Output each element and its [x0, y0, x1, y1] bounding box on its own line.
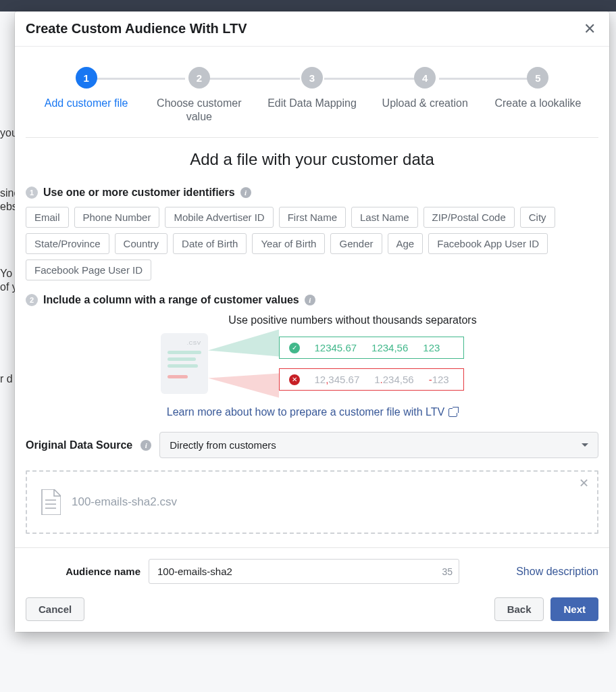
backdrop-text: r d: [0, 373, 13, 385]
step-label: Edit Data Mapping: [267, 97, 357, 110]
step-connector: [324, 78, 415, 80]
chip-country[interactable]: Country: [115, 233, 168, 254]
example-bad: ✕ 12,345.67 1.234,56 -123: [279, 368, 464, 391]
chip-email[interactable]: Email: [26, 207, 69, 228]
chip-gender[interactable]: Gender: [330, 233, 382, 254]
example-value: 123: [423, 342, 440, 353]
doc-line: [168, 357, 197, 361]
audience-name-input[interactable]: [149, 559, 459, 584]
chip-phone[interactable]: Phone Number: [74, 207, 160, 228]
doc-line: [168, 375, 188, 378]
step-number: 2: [188, 67, 210, 89]
step-add-customer-file[interactable]: 1 Add customer file: [30, 67, 143, 110]
identifier-chips: Email Phone Number Mobile Advertiser ID …: [26, 207, 598, 280]
substep-number: 1: [26, 187, 38, 199]
stepper: 1 Add customer file 2 Choose customer va…: [26, 47, 598, 137]
step-number: 4: [414, 67, 436, 89]
data-source-select[interactable]: Directly from customers: [159, 432, 598, 458]
substep-label: Include a column with a range of custome…: [43, 294, 299, 306]
file-icon: [41, 489, 61, 515]
learn-more: Learn more about how to prepare a custom…: [26, 406, 598, 418]
data-source-label: Original Data Source: [26, 439, 132, 451]
example-boxes: ✓ 12345.67 1234,56 123 ✕ 12,345.67 1.234…: [279, 337, 464, 391]
info-icon[interactable]: i: [140, 440, 151, 451]
example-area: Use positive numbers without thousands s…: [26, 314, 598, 394]
step-connector: [95, 78, 186, 80]
footer-buttons: Cancel Back Next: [26, 597, 598, 621]
step-edit-data-mapping[interactable]: 3 Edit Data Mapping: [255, 67, 368, 110]
substep-number: 2: [26, 294, 38, 306]
example-visual: .CSV ✓ 12345.67 1234,56 123: [161, 333, 464, 394]
chip-yob[interactable]: Year of Birth: [252, 233, 325, 254]
learn-more-text: Learn more about how to prepare a custom…: [167, 406, 444, 418]
audience-name-wrap: 35: [149, 559, 459, 584]
file-dropzone[interactable]: ✕ 100-emails-sha2.csv: [26, 470, 598, 534]
example-value: -123: [429, 374, 449, 385]
chip-last-name[interactable]: Last Name: [351, 207, 418, 228]
triangle-good: [208, 329, 279, 364]
info-icon[interactable]: i: [305, 295, 315, 305]
example-value: 1.234,56: [374, 374, 413, 385]
audience-name-charcount: 35: [442, 566, 453, 577]
step-label: Upload & creation: [382, 97, 468, 110]
uploaded-filename: 100-emails-sha2.csv: [72, 495, 177, 509]
show-description-link[interactable]: Show description: [516, 566, 598, 578]
substep-values: 2 Include a column with a range of custo…: [26, 294, 598, 306]
x-icon: ✕: [289, 374, 300, 385]
modal-title: Create Custom Audience With LTV: [26, 21, 247, 36]
substep-label: Use one or more customer identifiers: [43, 187, 235, 199]
audience-name-label: Audience name: [26, 566, 140, 577]
remove-file-icon[interactable]: ✕: [579, 476, 589, 491]
backdrop-navbar: [0, 0, 616, 11]
example-value: 12345.67: [315, 342, 357, 353]
substep-identifiers: 1 Use one or more customer identifiers i: [26, 187, 598, 199]
chip-mobile-advertiser-id[interactable]: Mobile Advertiser ID: [165, 207, 273, 228]
chip-city[interactable]: City: [520, 207, 555, 228]
learn-more-link[interactable]: Learn more about how to prepare a custom…: [167, 406, 457, 418]
step-connector: [209, 78, 300, 80]
section-title: Add a file with your customer data: [26, 150, 598, 169]
external-link-icon: [448, 408, 457, 417]
chip-dob[interactable]: Date of Birth: [173, 233, 247, 254]
doc-line: [168, 364, 198, 368]
step-label: Choose customer value: [143, 97, 255, 124]
step-number: 5: [527, 67, 548, 89]
chip-first-name[interactable]: First Name: [279, 207, 346, 228]
example-value: 1234,56: [371, 342, 408, 353]
original-data-source-row: Original Data Source i Directly from cus…: [26, 432, 598, 458]
step-label: Add customer file: [45, 97, 128, 110]
modal-footer: Audience name 35 Show description Cancel…: [15, 547, 609, 632]
select-value: Directly from customers: [170, 439, 276, 451]
modal-header: Create Custom Audience With LTV ✕: [15, 11, 609, 47]
create-audience-modal: Create Custom Audience With LTV ✕ 1 Add …: [15, 11, 609, 632]
divider: [26, 137, 598, 138]
chevron-down-icon: [582, 443, 588, 447]
back-button[interactable]: Back: [494, 597, 544, 621]
step-choose-customer-value[interactable]: 2 Choose customer value: [143, 67, 255, 124]
step-number: 1: [76, 67, 97, 89]
example-connectors: [215, 333, 279, 394]
chip-zip[interactable]: ZIP/Postal Code: [424, 207, 515, 228]
step-create-lookalike[interactable]: 5 Create a lookalike: [482, 67, 594, 110]
chip-fb-page-uid[interactable]: Facebook Page User ID: [26, 260, 151, 280]
csv-doc-icon: .CSV: [161, 333, 208, 394]
chip-age[interactable]: Age: [388, 233, 424, 254]
footer-top: Audience name 35 Show description: [26, 559, 598, 584]
example-value: 12,345.67: [315, 374, 360, 385]
modal-body: 1 Add customer file 2 Choose customer va…: [15, 47, 609, 547]
cancel-button[interactable]: Cancel: [26, 597, 84, 621]
step-label: Create a lookalike: [494, 97, 581, 110]
doc-line: [168, 351, 201, 354]
next-button[interactable]: Next: [550, 597, 598, 621]
chip-fb-app-uid[interactable]: Facebook App User ID: [428, 233, 548, 254]
info-icon[interactable]: i: [240, 187, 251, 198]
triangle-bad: [208, 366, 279, 397]
close-icon[interactable]: ✕: [581, 22, 598, 36]
step-connector: [439, 78, 530, 80]
chip-state[interactable]: State/Province: [26, 233, 109, 254]
example-good: ✓ 12345.67 1234,56 123: [279, 337, 464, 359]
backdrop-text: Yo: [0, 268, 12, 280]
example-hint: Use positive numbers without thousands s…: [147, 314, 476, 326]
step-number: 3: [301, 67, 323, 89]
step-upload-creation[interactable]: 4 Upload & creation: [369, 67, 482, 110]
